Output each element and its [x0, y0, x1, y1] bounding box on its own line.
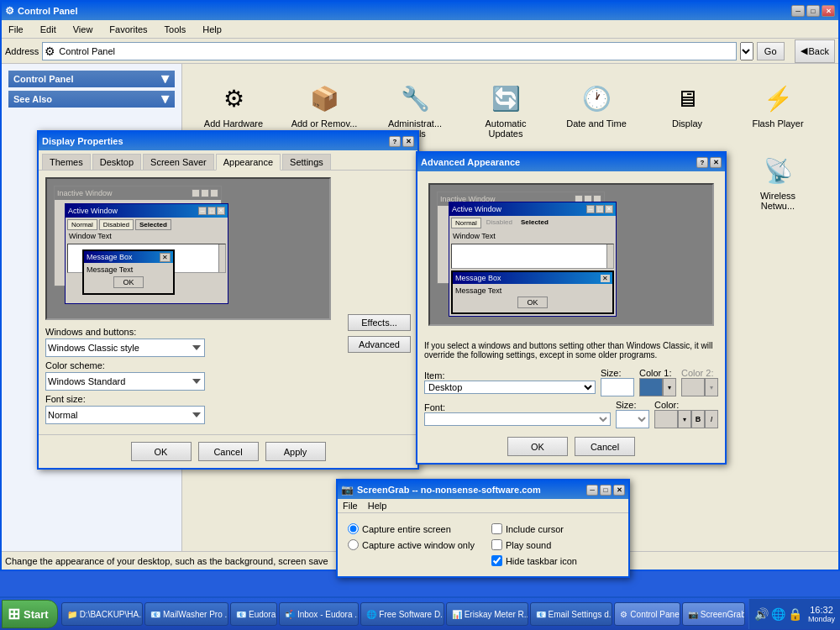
cp-icon-flash-player[interactable]: ⚡ Flash Player	[740, 77, 816, 143]
taskbar-btn-6[interactable]: 📧 Email Settings d...	[530, 602, 613, 626]
advanced-cancel-button[interactable]: Cancel	[575, 437, 635, 456]
taskbar-btn-1[interactable]: 📧 MailWasher Pro ...	[144, 602, 228, 626]
font-size-section: Size:	[616, 400, 649, 428]
display-ok-button[interactable]: OK	[131, 442, 192, 461]
msgbox-close[interactable]: ✕	[160, 253, 171, 262]
start-button[interactable]: ⊞ Start	[2, 600, 58, 628]
restore-button[interactable]: □	[806, 5, 820, 17]
address-dropdown[interactable]	[740, 42, 753, 60]
display-apply-button[interactable]: Apply	[265, 442, 326, 461]
taskbar-btn-5[interactable]: 📊 Eriskay Meter R...	[446, 602, 528, 626]
adv-active-window: Active Window ─ □ ✕ Normal Disabled Sele…	[449, 202, 617, 317]
back-button[interactable]: ◀ Back	[795, 39, 835, 63]
advanced-button[interactable]: Advanced	[348, 336, 411, 353]
font-select[interactable]	[424, 412, 611, 426]
minimize-button[interactable]: ─	[791, 5, 805, 17]
color1-label: Color 1:	[639, 368, 676, 378]
preview-tab-normal: Normal	[67, 219, 97, 230]
cp-icon-auto-update[interactable]: 🔄 Automatic Updates	[468, 77, 543, 143]
include-cursor-checkbox[interactable]	[491, 523, 502, 534]
tab-screensaver[interactable]: Screen Saver	[143, 154, 214, 170]
sg-menu-file[interactable]: File	[343, 501, 358, 511]
screengrab-maximize[interactable]: □	[600, 485, 612, 496]
auto-update-label: Automatic Updates	[472, 118, 539, 139]
display-dialog-title: Display Properties	[42, 136, 123, 146]
sg-menu-help[interactable]: Help	[368, 501, 387, 511]
capture-entire-radio[interactable]	[348, 523, 359, 534]
cp-icon-date-time[interactable]: 🕐 Date and Time	[559, 77, 634, 143]
menu-help[interactable]: Help	[199, 23, 225, 36]
adv-active-min[interactable]: ─	[586, 205, 595, 213]
color1-swatch[interactable]	[639, 378, 663, 396]
preview-msgbox: Message Box ✕ Message Text OK	[82, 249, 175, 295]
hide-taskbar-checkbox[interactable]	[491, 555, 502, 566]
font-italic-button[interactable]: I	[705, 410, 718, 428]
taskbar-btn-0[interactable]: 📁 D:\BACKUP\HA...	[61, 602, 143, 626]
preview-msgbox-text: Message Text	[87, 265, 171, 274]
cp-icon-display[interactable]: 🖥 Display	[649, 77, 725, 143]
screengrab-title-text: ScreenGrab -- no-nonsense-software.com	[357, 485, 541, 495]
tab-appearance[interactable]: Appearance	[216, 154, 281, 171]
menu-edit[interactable]: Edit	[37, 23, 60, 36]
sidebar-header-cp[interactable]: Control Panel ⯆	[8, 71, 175, 87]
size-label: Size:	[601, 368, 634, 378]
hide-taskbar-label: Hide taskbar icon	[506, 556, 577, 566]
font-color-swatch[interactable]	[654, 410, 678, 428]
capture-active-radio[interactable]	[348, 539, 359, 550]
taskbar-btn-7[interactable]: ⚙ Control Panel	[614, 602, 680, 626]
windows-buttons-select[interactable]: Windows Classic style	[45, 339, 205, 357]
display-close-button[interactable]: ✕	[402, 136, 414, 147]
taskbar-btn-2[interactable]: 📧 Eudora	[230, 602, 277, 626]
effects-button[interactable]: Effects...	[348, 314, 411, 331]
item-select[interactable]: Desktop	[424, 381, 596, 394]
size-input[interactable]	[601, 378, 634, 396]
effects-advanced-buttons: Effects... Advanced	[348, 314, 411, 353]
close-button[interactable]: ✕	[822, 5, 835, 17]
status-text: Change the appearance of your desktop, s…	[5, 556, 328, 566]
preview-active-window: Active Window ─ □ ✕ Normal Disabled Sele…	[65, 203, 228, 304]
screengrab-close[interactable]: ✕	[613, 485, 625, 496]
color1-dropdown[interactable]: ▾	[663, 378, 676, 396]
taskbar-btn-4[interactable]: 🌐 Free Software D...	[360, 602, 444, 626]
color-scheme-select[interactable]: Windows Standard	[45, 372, 205, 391]
font-size-select[interactable]: Normal	[45, 406, 205, 424]
taskbar-btn-3[interactable]: 📬 Inbox - Eudora ...	[279, 602, 359, 626]
sidebar-seealso-header[interactable]: See Also ⯆	[8, 91, 175, 108]
play-sound-checkbox[interactable]	[491, 539, 502, 550]
tab-desktop[interactable]: Desktop	[92, 154, 141, 170]
menu-favorites[interactable]: Favorites	[106, 23, 150, 36]
adv-tab-normal: Normal	[451, 218, 481, 228]
menu-file[interactable]: File	[5, 23, 27, 36]
taskbar-btn-8[interactable]: 📷 ScreenGrab	[682, 602, 745, 626]
display-dialog-title-buttons: ? ✕	[389, 136, 414, 147]
title-bar-left: ⚙ Control Panel	[5, 5, 78, 17]
adv-ok-button[interactable]: OK	[517, 297, 547, 308]
adv-active-max[interactable]: □	[596, 205, 604, 213]
adv-msgbox-close[interactable]: ✕	[601, 275, 610, 282]
font-size-adv-select[interactable]	[616, 410, 649, 428]
tab-themes[interactable]: Themes	[42, 154, 91, 170]
display-help-button[interactable]: ?	[389, 136, 401, 147]
font-bold-button[interactable]: B	[691, 410, 705, 428]
advanced-help-button[interactable]: ?	[696, 157, 708, 168]
address-input[interactable]	[59, 46, 733, 56]
color2-swatch[interactable]	[681, 378, 705, 396]
adv-active-close[interactable]: ✕	[605, 205, 613, 213]
hide-taskbar-row: Hide taskbar icon	[491, 555, 577, 566]
menu-tools[interactable]: Tools	[161, 23, 190, 36]
tab-settings[interactable]: Settings	[282, 154, 331, 170]
capture-entire-label: Capture entire screen	[362, 524, 451, 534]
menu-view[interactable]: View	[70, 23, 97, 36]
preview-inactive-title: Inactive Window ─ □ ✕	[55, 186, 221, 200]
display-cancel-button[interactable]: Cancel	[198, 442, 259, 461]
display-preview-area: Inactive Window ─ □ ✕ Active Window ─ □	[45, 177, 331, 320]
advanced-close-button[interactable]: ✕	[710, 157, 722, 168]
advanced-ok-button[interactable]: OK	[507, 437, 568, 456]
preview-ok-button[interactable]: OK	[113, 276, 143, 288]
go-button[interactable]: Go	[757, 42, 785, 60]
screengrab-minimize[interactable]: ─	[586, 485, 598, 496]
font-color-dropdown[interactable]: ▾	[678, 410, 691, 428]
cp-icon-wireless[interactable]: 📡 Wireless Netwu...	[740, 150, 816, 215]
taskbar-btn-0-label: D:\BACKUP\HA...	[80, 610, 143, 619]
color2-dropdown[interactable]: ▾	[705, 378, 718, 396]
